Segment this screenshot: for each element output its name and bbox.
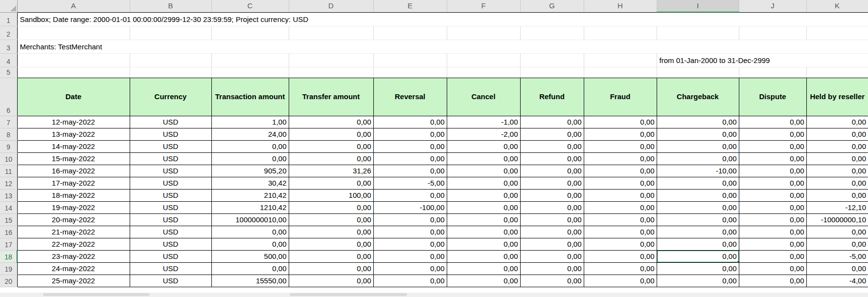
cell-B17[interactable]: USD — [130, 238, 211, 250]
cell-G12[interactable]: 0,00 — [520, 177, 584, 189]
cell-F7[interactable]: -1,00 — [447, 116, 520, 128]
cell-J15[interactable]: 0,00 — [739, 213, 806, 226]
row-header-20[interactable]: 20 — [0, 275, 17, 287]
cell-B2[interactable] — [130, 26, 211, 40]
cell-I11[interactable]: -10,00 — [657, 165, 739, 177]
cell-A4[interactable] — [17, 53, 130, 67]
cell-C17[interactable]: 0,00 — [211, 238, 289, 250]
row-header-2[interactable]: 2 — [0, 26, 17, 40]
cell-H5[interactable] — [584, 67, 657, 78]
cell-H12[interactable]: 0,00 — [584, 177, 657, 189]
cell-I8[interactable]: 0,00 — [657, 128, 739, 140]
cell-I4[interactable]: from 01-Jan-2000 to 31-Dec-2999 — [657, 53, 868, 67]
cell-C5[interactable] — [211, 67, 289, 78]
cell-G16[interactable]: 0,00 — [520, 226, 584, 238]
cell-A11[interactable]: 16-may-2022 — [17, 165, 130, 177]
cell-F2[interactable] — [447, 26, 520, 40]
cell-I17[interactable]: 0,00 — [657, 238, 739, 250]
cell-F18[interactable]: 0,00 — [447, 250, 520, 262]
cell-C4[interactable] — [211, 53, 289, 67]
select-all-corner[interactable] — [0, 0, 17, 12]
cell-K12[interactable]: 0,00 — [806, 177, 868, 189]
cell-C14[interactable]: 1210,42 — [211, 201, 289, 213]
cell-E10[interactable]: 0,00 — [373, 152, 447, 165]
cell-E16[interactable]: 0,00 — [373, 226, 447, 238]
cell-G7[interactable]: 0,00 — [520, 116, 584, 128]
cell-G11[interactable]: 0,00 — [520, 165, 584, 177]
cell-E7[interactable]: 0,00 — [373, 116, 447, 128]
cell-K14[interactable]: -12,10 — [806, 201, 868, 213]
cell-H17[interactable]: 0,00 — [584, 238, 657, 250]
cell-I10[interactable]: 0,00 — [657, 152, 739, 165]
cell-E11[interactable]: 0,00 — [373, 165, 447, 177]
cell-D14[interactable]: 0,00 — [289, 201, 373, 213]
cell-D15[interactable]: 0,00 — [289, 213, 373, 226]
cell-D11[interactable]: 31,26 — [289, 165, 373, 177]
cell-C15[interactable]: 1000000010,00 — [211, 213, 289, 226]
cell-J18[interactable]: 0,00 — [739, 250, 806, 262]
cell-I18[interactable]: 0,00 — [657, 250, 739, 262]
cell-I7[interactable]: 0,00 — [657, 116, 739, 128]
cell-G15[interactable]: 0,00 — [520, 213, 584, 226]
cell-H15[interactable]: 0,00 — [584, 213, 657, 226]
cell-C20[interactable]: 15550,00 — [211, 275, 289, 287]
cell-K11[interactable]: 0,00 — [806, 165, 868, 177]
column-header-E[interactable]: E — [373, 0, 447, 12]
cell-H9[interactable]: 0,00 — [584, 140, 657, 152]
cell-F20[interactable]: 0,00 — [447, 275, 520, 287]
cell-G8[interactable]: 0,00 — [520, 128, 584, 140]
cell-A12[interactable]: 17-may-2022 — [17, 177, 130, 189]
cell-K2[interactable] — [806, 26, 868, 40]
cell-A7[interactable]: 12-may-2022 — [17, 116, 130, 128]
cell-I20[interactable]: 0,00 — [657, 275, 739, 287]
cell-J14[interactable]: 0,00 — [739, 201, 806, 213]
cell-G17[interactable]: 0,00 — [520, 238, 584, 250]
cell-J10[interactable]: 0,00 — [739, 152, 806, 165]
cell-K16[interactable]: 0,00 — [806, 226, 868, 238]
cell-A14[interactable]: 19-may-2022 — [17, 201, 130, 213]
cell-J12[interactable]: 0,00 — [739, 177, 806, 189]
cell-F17[interactable]: 0,00 — [447, 238, 520, 250]
cell-E17[interactable]: 0,00 — [373, 238, 447, 250]
cell-F11[interactable]: 0,00 — [447, 165, 520, 177]
cell-E12[interactable]: -5,00 — [373, 177, 447, 189]
cell-K20[interactable]: -4,00 — [806, 275, 868, 287]
column-header-A[interactable]: A — [17, 0, 130, 12]
cell-A13[interactable]: 18-may-2022 — [17, 189, 130, 201]
cell-K7[interactable]: 0,00 — [806, 116, 868, 128]
cell-D2[interactable] — [289, 26, 373, 40]
cell-K10[interactable]: 0,00 — [806, 152, 868, 165]
cell-G20[interactable]: 0,00 — [520, 275, 584, 287]
row-header-19[interactable]: 19 — [0, 262, 17, 275]
cell-E14[interactable]: -100,00 — [373, 201, 447, 213]
cell-D8[interactable]: 0,00 — [289, 128, 373, 140]
cell-C18[interactable]: 500,00 — [211, 250, 289, 262]
row-header-8[interactable]: 8 — [0, 128, 17, 140]
cell-H14[interactable]: 0,00 — [584, 201, 657, 213]
row-header-17[interactable]: 17 — [0, 238, 17, 250]
cell-C2[interactable] — [211, 26, 289, 40]
cell-K19[interactable]: 0,00 — [806, 262, 868, 275]
cell-I19[interactable]: 0,00 — [657, 262, 739, 275]
cell-H7[interactable]: 0,00 — [584, 116, 657, 128]
cell-A16[interactable]: 21-may-2022 — [17, 226, 130, 238]
cell-K8[interactable]: 0,00 — [806, 128, 868, 140]
cell-D4[interactable] — [289, 53, 373, 67]
column-header-F[interactable]: F — [447, 0, 520, 12]
cell-A17[interactable]: 22-may-2022 — [17, 238, 130, 250]
cell-H11[interactable]: 0,00 — [584, 165, 657, 177]
row-header-7[interactable]: 7 — [0, 116, 17, 128]
cell-B16[interactable]: USD — [130, 226, 211, 238]
cell-G5[interactable] — [520, 67, 584, 78]
cell-A3[interactable]: Merchants: TestMerchant — [17, 40, 868, 53]
cell-E13[interactable]: 0,00 — [373, 189, 447, 201]
cell-G13[interactable]: 0,00 — [520, 189, 584, 201]
column-header-G[interactable]: G — [520, 0, 584, 12]
row-header-14[interactable]: 14 — [0, 201, 17, 213]
cell-C8[interactable]: 24,00 — [211, 128, 289, 140]
cell-B5[interactable] — [130, 67, 211, 78]
row-header-9[interactable]: 9 — [0, 140, 17, 152]
cell-F8[interactable]: -2,00 — [447, 128, 520, 140]
cell-D7[interactable]: 0,00 — [289, 116, 373, 128]
cell-J11[interactable]: 0,00 — [739, 165, 806, 177]
